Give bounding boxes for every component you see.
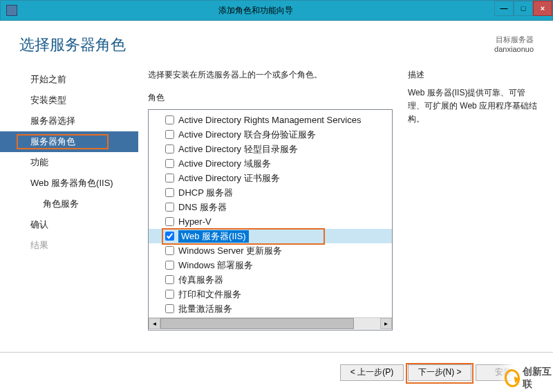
role-item-12[interactable]: 打印和文件服务 [149,287,392,301]
roles-section-label: 角色 [148,92,393,104]
role-checkbox-5[interactable] [165,188,174,197]
sidebar-item-7[interactable]: 确认 [0,214,138,235]
role-item-4[interactable]: Active Directory 证书服务 [149,171,392,185]
role-label-12: 打印和文件服务 [178,288,241,301]
role-item-5[interactable]: DHCP 服务器 [149,185,392,200]
roles-list-scroll[interactable]: Active Directory Rights Management Servi… [149,110,392,317]
instruction-text: 选择要安装在所选服务器上的一个或多个角色。 [148,69,393,81]
scroll-thumb[interactable] [160,318,354,329]
watermark: 创新互联 [498,364,553,392]
wizard-footer: < 上一步(P) 下一步(N) > 安装(I) [0,352,553,392]
scroll-track[interactable] [160,318,380,329]
role-label-11: 传真服务器 [178,274,223,286]
window-controls: — □ × [494,1,552,20]
horizontal-scrollbar[interactable]: ◄ ► [149,317,392,329]
role-item-3[interactable]: Active Directory 域服务 [149,156,392,171]
role-label-5: DHCP 服务器 [178,187,233,199]
role-item-7[interactable]: Hyper-V [149,214,392,229]
role-label-3: Active Directory 域服务 [178,158,271,170]
watermark-icon [503,368,521,388]
description-column: 描述 Web 服务器(IIS)提供可靠、可管理、可扩展的 Web 应用程序基础结… [402,62,553,352]
role-item-1[interactable]: Active Directory 联合身份验证服务 [149,127,392,142]
sidebar-item-0[interactable]: 开始之前 [0,69,138,90]
role-checkbox-9[interactable] [165,246,174,255]
minimize-button[interactable]: — [494,1,514,16]
sidebar-item-6[interactable]: 角色服务 [0,194,138,214]
page-heading: 选择服务器角色 [19,35,126,55]
description-label: 描述 [408,69,541,81]
role-label-0: Active Directory Rights Management Servi… [178,115,361,125]
wizard-sidebar: 开始之前安装类型服务器选择服务器角色功能Web 服务器角色(IIS)角色服务确认… [0,62,138,352]
role-checkbox-13[interactable] [165,304,174,313]
previous-button[interactable]: < 上一步(P) [340,364,404,381]
role-label-1: Active Directory 联合身份验证服务 [178,129,316,141]
role-checkbox-0[interactable] [165,115,174,124]
role-checkbox-10[interactable] [165,261,174,270]
role-item-8[interactable]: Web 服务器(IIS) [149,229,392,243]
role-label-8: Web 服务器(IIS) [178,230,249,243]
role-label-13: 批量激活服务 [178,303,232,315]
role-item-13[interactable]: 批量激活服务 [149,301,392,316]
role-item-2[interactable]: Active Directory 轻型目录服务 [149,142,392,156]
target-label: 目标服务器 [494,35,534,45]
titlebar[interactable]: 添加角色和功能向导 — □ × [0,0,553,21]
role-item-10[interactable]: Windows 部署服务 [149,258,392,272]
sidebar-item-8: 结果 [0,235,138,256]
close-button[interactable]: × [533,1,552,16]
sidebar-item-5[interactable]: Web 服务器角色(IIS) [0,173,138,194]
roles-listbox[interactable]: Active Directory Rights Management Servi… [148,109,393,330]
scroll-left-button[interactable]: ◄ [149,318,160,329]
target-server-info: 目标服务器 danxiaonuo [494,35,534,53]
role-label-9: Windows Server 更新服务 [178,245,282,257]
sidebar-item-1[interactable]: 安装类型 [0,90,138,111]
role-checkbox-8[interactable] [165,232,174,241]
role-checkbox-2[interactable] [165,144,174,153]
sidebar-item-3[interactable]: 服务器角色 [0,131,138,152]
maximize-button[interactable]: □ [514,1,533,16]
role-label-4: Active Directory 证书服务 [178,172,280,185]
role-checkbox-3[interactable] [165,159,174,168]
sidebar-item-2[interactable]: 服务器选择 [0,111,138,131]
role-item-6[interactable]: DNS 服务器 [149,200,392,214]
role-checkbox-12[interactable] [165,290,174,299]
role-label-10: Windows 部署服务 [178,259,253,272]
role-item-11[interactable]: 传真服务器 [149,272,392,287]
role-item-0[interactable]: Active Directory Rights Management Servi… [149,113,392,127]
role-checkbox-11[interactable] [165,275,174,284]
wizard-content: 选择服务器角色 目标服务器 danxiaonuo 开始之前安装类型服务器选择服务… [0,21,553,392]
role-checkbox-6[interactable] [165,203,174,212]
role-label-7: Hyper-V [178,216,212,227]
next-button[interactable]: 下一步(N) > [408,364,471,381]
center-column: 选择要安装在所选服务器上的一个或多个角色。 角色 Active Director… [138,62,402,352]
role-item-9[interactable]: Windows Server 更新服务 [149,243,392,258]
main-area: 开始之前安装类型服务器选择服务器角色功能Web 服务器角色(IIS)角色服务确认… [0,62,553,352]
watermark-text: 创新互联 [523,366,553,391]
sidebar-item-4[interactable]: 功能 [0,152,138,173]
role-checkbox-4[interactable] [165,174,174,183]
scroll-right-button[interactable]: ► [380,318,392,329]
role-label-2: Active Directory 轻型目录服务 [178,143,298,156]
window-title: 添加角色和功能向导 [17,5,494,17]
header-row: 选择服务器角色 目标服务器 danxiaonuo [0,21,553,62]
role-checkbox-7[interactable] [165,217,174,226]
role-label-6: DNS 服务器 [178,201,227,214]
target-value: danxiaonuo [494,45,534,53]
app-icon [6,5,17,16]
role-checkbox-1[interactable] [165,130,174,139]
description-text: Web 服务器(IIS)提供可靠、可管理、可扩展的 Web 应用程序基础结构。 [408,86,541,127]
